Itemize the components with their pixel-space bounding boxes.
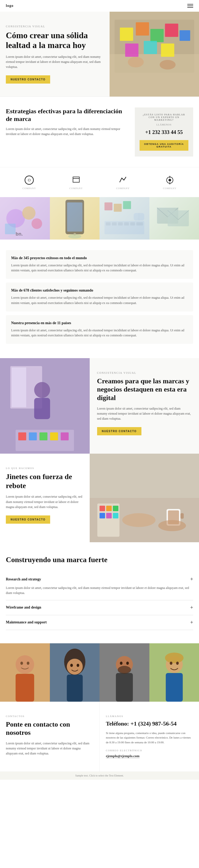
brand-creation-title: Creamos para que las marcas y negocios d…: [97, 377, 192, 402]
accordion-title-3: Maintenance and support: [6, 620, 47, 624]
accordion-header-2[interactable]: Wireframe and design +: [6, 604, 193, 611]
svg-rect-67: [113, 506, 118, 511]
contact-right: LLÁMANOS Teléfono: +1 (324) 987-56-54 Si…: [100, 702, 199, 771]
hero-description: Lorem ipsum dolor sit amet, consectetur …: [6, 54, 104, 70]
jinetes-description: Lorem ipsum dolor sit amet, consectetur …: [6, 494, 84, 509]
svg-rect-35: [112, 222, 117, 225]
stat-title-1: Más de 345 proyectos exitosos en todo el…: [11, 256, 188, 260]
stat-text-1: Lorem ipsum dolor sit amet, consectetur …: [11, 263, 188, 273]
strategy-cta-button[interactable]: OBTENGA UNA AUDITORÍA GRATUITA: [140, 140, 189, 151]
hero-content: CONSISTENCIA VISUAL Cómo crear una sólid…: [0, 12, 110, 97]
svg-rect-50: [12, 367, 26, 407]
strip-image-3: [100, 197, 149, 240]
email-label: CORREO ELECTRÓNICO: [106, 749, 193, 752]
svg-rect-38: [130, 222, 135, 225]
svg-point-82: [70, 664, 73, 667]
company-label-1: COMPANY: [23, 187, 36, 190]
footer-text: Sample text. Click to select the Text El…: [6, 774, 193, 777]
svg-point-76: [21, 661, 23, 665]
svg-rect-86: [116, 673, 133, 702]
company-logo-4: [165, 175, 175, 185]
accordion-item-2: Wireframe and design + Lorem ipsum dolor…: [6, 600, 193, 615]
team-photo-2: [50, 643, 100, 702]
image-strip: bn.: [0, 197, 199, 240]
hero-consistency-label: CONSISTENCIA VISUAL: [6, 25, 104, 28]
svg-rect-92: [166, 673, 182, 702]
construyendo-section: Construyendo una marca fuerte Research a…: [0, 542, 199, 643]
accordion-icon-2: +: [190, 604, 193, 611]
contact-phone-desc: Si tiene alguna pregunta, comentario o i…: [106, 731, 193, 745]
logo-item-2: COMPANY: [69, 175, 83, 190]
svg-rect-55: [29, 432, 37, 440]
svg-point-89: [126, 661, 129, 665]
svg-rect-52: [34, 398, 50, 419]
svg-rect-75: [16, 674, 34, 702]
svg-point-93: [165, 653, 183, 663]
accordion-header-1[interactable]: Research and strategy +: [6, 576, 193, 582]
jinetes-title: Jinetes con fuerza de rebote: [6, 472, 84, 490]
jinetes-cta[interactable]: NUESTRO CONTACTO: [6, 516, 50, 524]
accordion-header-3[interactable]: Maintenance and support +: [6, 619, 193, 625]
strategy-call-label: LLÁMENOS: [140, 123, 189, 126]
svg-rect-15: [73, 177, 79, 182]
stat-title-2: Más de 678 clientes satisfechos y seguim…: [11, 288, 188, 292]
svg-point-23: [22, 207, 35, 220]
svg-rect-43: [114, 204, 122, 212]
svg-text:O: O: [28, 178, 30, 182]
strategy-phone: +1 232 333 44 55: [140, 129, 189, 135]
team-photo-4: [149, 643, 199, 702]
jinetes-image: [90, 454, 199, 542]
strip-image-4: [149, 197, 199, 240]
hero-section: CONSISTENCIA VISUAL Cómo crear una sólid…: [0, 12, 199, 97]
svg-point-87: [118, 666, 131, 674]
contact-phone: Teléfono: +1 (324) 987-56-54: [106, 720, 193, 727]
accordion-item-3: Maintenance and support + Lorem ipsum do…: [6, 615, 193, 630]
contact-title: Ponte en contacto con nosotros: [6, 720, 93, 737]
strategy-ready-label: ¿ESTÁS LISTO PARA HABLAR CON UN EXPERTO …: [140, 113, 189, 121]
hero-image: [110, 12, 199, 97]
jinetes-content: LO QUE HACEMOS Jinetes con fuerza de reb…: [0, 454, 90, 542]
svg-point-83: [77, 664, 79, 667]
accordion-item-1: Research and strategy + Lorem ipsum dolo…: [6, 572, 193, 600]
svg-point-18: [169, 179, 171, 182]
what-we-do-label: LO QUE HACEMOS: [6, 467, 84, 469]
svg-rect-34: [106, 222, 111, 225]
strategy-content: Estrategias efectivas para la diferencia…: [6, 107, 127, 156]
logo-item-4: COMPANY: [163, 175, 176, 190]
brand-creation-section: CONSISTENCIA VISUAL Creamos para que las…: [0, 358, 199, 454]
svg-rect-68: [100, 513, 105, 518]
svg-rect-8: [125, 43, 138, 57]
team-photo-1: [0, 643, 50, 702]
contact-description: Lorem ipsum dolor sit amet, consectetur …: [6, 741, 93, 756]
svg-rect-56: [39, 432, 48, 440]
hero-img-bg: [110, 12, 199, 97]
contact-email[interactable]: ejemplo@ejemplo.com: [106, 754, 140, 758]
svg-rect-4: [136, 22, 149, 35]
svg-rect-44: [123, 201, 131, 209]
company-logo-3: [117, 175, 128, 185]
svg-rect-42: [105, 203, 113, 210]
construyendo-title: Construyendo una marca fuerte: [6, 556, 193, 564]
strip-image-2: [50, 197, 100, 240]
svg-point-12: [160, 60, 175, 69]
svg-rect-29: [67, 203, 82, 231]
stat-text-2: Lorem ipsum dolor sit amet, consectetur …: [11, 295, 188, 305]
brand-consistency-label: CONSISTENCIA VISUAL: [97, 371, 192, 374]
contact-section: CONTACTOS Ponte en contacto con nosotros…: [0, 702, 199, 771]
strategy-title: Estrategias efectivas para la diferencia…: [6, 107, 127, 123]
svg-rect-65: [100, 506, 105, 511]
team-section: [0, 643, 199, 702]
svg-rect-58: [61, 432, 69, 440]
svg-rect-81: [66, 675, 83, 702]
stats-section: Más de 345 proyectos exitosos en todo el…: [0, 240, 199, 358]
hamburger-menu[interactable]: [187, 4, 193, 8]
svg-rect-2: [110, 54, 199, 97]
brand-creation-image: [0, 358, 90, 454]
stat-title-3: Nuestra presencia en más de 11 países: [11, 321, 188, 325]
hero-cta-button[interactable]: NUESTRO CONTACTO: [6, 75, 50, 84]
brand-creation-description: Lorem ipsum dolor sit amet, consectetur …: [97, 406, 192, 422]
accordion-icon-1: +: [190, 576, 193, 582]
svg-point-94: [170, 661, 172, 665]
brand-creation-cta[interactable]: NUESTRO CONTACTO: [97, 427, 141, 435]
svg-rect-10: [161, 43, 174, 57]
